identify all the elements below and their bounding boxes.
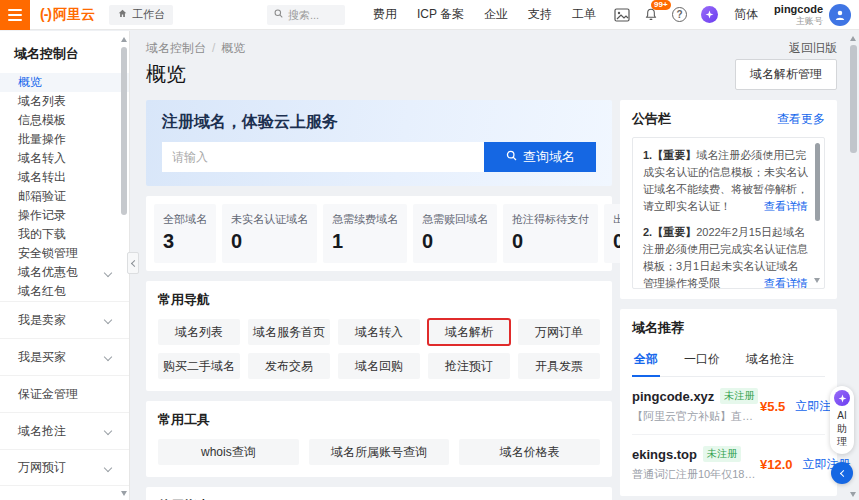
chevron-left-icon <box>130 259 137 266</box>
nav-dns-resolve-button[interactable]: 域名解析 <box>428 319 510 345</box>
panel-collapse-button[interactable] <box>831 462 853 484</box>
scrollbar-thumb[interactable] <box>815 143 820 221</box>
sidebar-item-buyer[interactable]: 我是买家 <box>0 338 129 375</box>
chevron-down-icon <box>104 316 112 324</box>
recommend-title: 域名推荐 <box>632 319 825 337</box>
nav-publish-trade-button[interactable]: 发布交易 <box>248 353 330 379</box>
sidebar-item-seller[interactable]: 我是卖家 <box>0 301 129 338</box>
nav-buy-secondhand-button[interactable]: 购买二手域名 <box>158 353 240 379</box>
scroll-down-arrow[interactable] <box>850 492 856 497</box>
sidebar-item-email-verify[interactable]: 邮箱验证 <box>0 187 129 206</box>
language-switch[interactable]: 简体 <box>734 6 758 23</box>
search-icon <box>273 8 284 22</box>
menu-item-billing[interactable]: 费用 <box>373 6 397 23</box>
nav-transfer-in-button[interactable]: 域名转入 <box>338 319 420 345</box>
aliyun-logo-text: 阿里云 <box>53 6 95 24</box>
ai-assistant-button[interactable]: AI 助 理 <box>830 386 854 454</box>
stat-redeem-urgent[interactable]: 急需赎回域名 0 <box>413 204 497 263</box>
menu-item-support[interactable]: 支持 <box>528 6 552 23</box>
tab-all[interactable]: 全部 <box>632 345 660 377</box>
sidebar-item-operation-log[interactable]: 操作记录 <box>0 206 129 225</box>
sidebar-collapse-handle[interactable] <box>127 252 139 274</box>
domain-search-input[interactable] <box>162 142 484 172</box>
menu-item-icp[interactable]: ICP 备案 <box>417 6 464 23</box>
scrollbar-thumb[interactable] <box>850 45 857 153</box>
sidebar-item-transfer-in[interactable]: 域名转入 <box>0 149 129 168</box>
main-content: 域名控制台/概览 返回旧版 概览 域名解析管理 注册域名，体验云上服务 查询域名 <box>130 31 859 500</box>
account-role: 主账号 <box>774 16 823 26</box>
tools-title: 常用工具 <box>158 411 600 429</box>
nav-wanwang-order-button[interactable]: 万网订单 <box>518 319 600 345</box>
nav-invoice-button[interactable]: 开具发票 <box>518 353 600 379</box>
sidebar-item-transfer-out[interactable]: 域名转出 <box>0 168 129 187</box>
sidebar-item-red-packet[interactable]: 域名红包 <box>0 282 129 301</box>
console-apps-icon[interactable] <box>614 8 630 22</box>
nav-backorder-reserve-button[interactable]: 抢注预订 <box>428 353 510 379</box>
nav-domain-list-button[interactable]: 域名列表 <box>158 319 240 345</box>
nav-domain-home-button[interactable]: 域名服务首页 <box>248 319 330 345</box>
scrollbar-thumb[interactable] <box>121 47 127 215</box>
dns-manage-button[interactable]: 域名解析管理 <box>735 59 837 90</box>
announcement-scrollbar[interactable] <box>814 141 821 285</box>
scroll-down-arrow[interactable] <box>121 491 127 496</box>
sidebar-item-my-downloads[interactable]: 我的下载 <box>0 225 129 244</box>
scroll-down-arrow[interactable] <box>814 278 820 283</box>
menu-item-tickets[interactable]: 工单 <box>572 6 596 23</box>
notice-item: 1.【重要】域名注册必须使用已完成实名认证的信息模板；未实名认证域名不能续费、将… <box>643 147 808 215</box>
domain-stats: 全部域名 3 未实名认证域名 0 急需续费域名 1 急需赎回域名 0 抢注得标待… <box>146 196 612 271</box>
help-icon[interactable]: ? <box>672 7 687 22</box>
scroll-up-arrow[interactable] <box>121 37 127 42</box>
stat-renewal-urgent[interactable]: 急需续费域名 1 <box>323 204 407 263</box>
sidebar-item-deposit[interactable]: 保证金管理 <box>0 375 129 412</box>
domain-price: ¥5.5 <box>760 399 785 414</box>
account-info[interactable]: pingcode 主账号 <box>774 3 823 26</box>
back-to-old-version-link[interactable]: 返回旧版 <box>789 40 837 57</box>
sidebar-item-domain-list[interactable]: 域名列表 <box>0 92 129 111</box>
ai-sparkle-icon <box>834 390 850 406</box>
sidebar-item-batch-ops[interactable]: 批量操作 <box>0 130 129 149</box>
announcement-title: 公告栏 <box>632 110 671 128</box>
workbench-button[interactable]: 工作台 <box>109 5 173 25</box>
domain-search-button[interactable]: 查询域名 <box>484 142 596 172</box>
hamburger-menu-button[interactable] <box>0 0 30 30</box>
stat-backorder-pay[interactable]: 抢注得标待支付 0 <box>503 204 598 263</box>
sidebar-item-discount-pack[interactable]: 域名优惠包 <box>0 263 129 282</box>
scroll-up-arrow[interactable] <box>850 36 856 41</box>
nav-buyback-button[interactable]: 域名回购 <box>338 353 420 379</box>
workbench-label: 工作台 <box>132 7 165 22</box>
home-icon <box>117 8 128 21</box>
tab-fixed-price[interactable]: 一口价 <box>682 345 722 376</box>
notification-bell-icon[interactable]: 99+ <box>644 7 658 22</box>
sidebar-item-info-template[interactable]: 信息模板 <box>0 111 129 130</box>
sidebar-item-security-lock[interactable]: 安全锁管理 <box>0 244 129 263</box>
chevron-left-icon <box>839 469 846 476</box>
sidebar-item-wanwang-reserve[interactable]: 万网预订 <box>0 449 129 486</box>
aliyun-logo[interactable]: (-) 阿里云 <box>40 6 95 24</box>
domain-name[interactable]: pingcode.xyz <box>632 389 714 404</box>
announcement-more-link[interactable]: 查看更多 <box>777 111 825 128</box>
domain-name[interactable]: ekings.top <box>632 447 697 462</box>
notice-detail-link[interactable]: 查看详情 <box>764 198 808 215</box>
breadcrumb-current: 概览 <box>221 41 245 55</box>
stat-all-domains[interactable]: 全部域名 3 <box>154 204 216 263</box>
sidebar-item-overview[interactable]: 概览 <box>0 73 129 92</box>
global-search[interactable] <box>267 5 345 25</box>
menu-item-enterprise[interactable]: 企业 <box>484 6 508 23</box>
global-search-input[interactable] <box>288 9 336 21</box>
tab-backorder[interactable]: 域名抢注 <box>744 345 796 376</box>
breadcrumb-root[interactable]: 域名控制台 <box>146 41 206 55</box>
announcement-list: 1.【重要】域名注册必须使用已完成实名认证的信息模板；未实名认证域名不能续费、将… <box>632 137 825 289</box>
sidebar-item-backorder[interactable]: 域名抢注 <box>0 412 129 449</box>
topbar-menu: 费用 ICP 备案 企业 支持 工单 <box>373 6 596 23</box>
status-badge: 未注册 <box>703 446 741 462</box>
status-badge: 未注册 <box>720 388 758 404</box>
notice-detail-link[interactable]: 查看详情 <box>764 275 808 289</box>
tool-price-list-button[interactable]: 域名价格表 <box>459 439 600 465</box>
stat-unverified[interactable]: 未实名认证域名 0 <box>222 204 317 263</box>
tools-card: 常用工具 whois查询 域名所属账号查询 域名价格表 <box>146 401 612 477</box>
tool-whois-button[interactable]: whois查询 <box>158 439 299 465</box>
user-avatar[interactable] <box>829 4 851 26</box>
customer-service-icon[interactable] <box>701 6 718 23</box>
chevron-down-icon <box>104 353 112 361</box>
tool-account-lookup-button[interactable]: 域名所属账号查询 <box>309 439 450 465</box>
